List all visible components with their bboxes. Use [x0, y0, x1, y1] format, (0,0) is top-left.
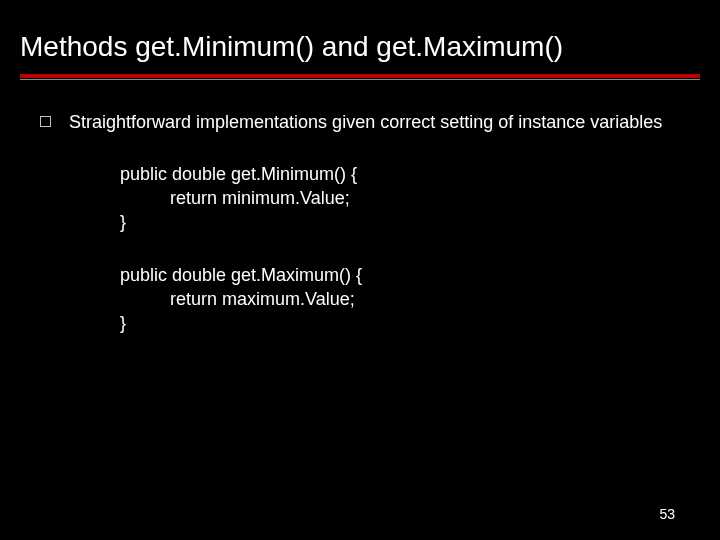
code-line: return maximum.Value;	[120, 289, 355, 309]
bullet-text: Straightforward implementations given co…	[69, 110, 680, 134]
code-line: public double get.Minimum() {	[120, 164, 357, 184]
code-line: return minimum.Value;	[120, 188, 350, 208]
code-line: }	[120, 212, 126, 232]
slide-title: Methods get.Minimum() and get.Maximum()	[0, 0, 720, 74]
code-line: }	[120, 313, 126, 333]
page-number: 53	[659, 506, 675, 522]
code-line: public double get.Maximum() {	[120, 265, 362, 285]
slide: Methods get.Minimum() and get.Maximum() …	[0, 0, 720, 540]
square-bullet-icon	[40, 116, 51, 127]
red-divider	[20, 74, 700, 78]
bullet-item: Straightforward implementations given co…	[40, 110, 680, 134]
code-block-2: public double get.Maximum() { return max…	[40, 263, 680, 336]
content-area: Straightforward implementations given co…	[0, 80, 720, 336]
code-block-1: public double get.Minimum() { return min…	[40, 162, 680, 235]
